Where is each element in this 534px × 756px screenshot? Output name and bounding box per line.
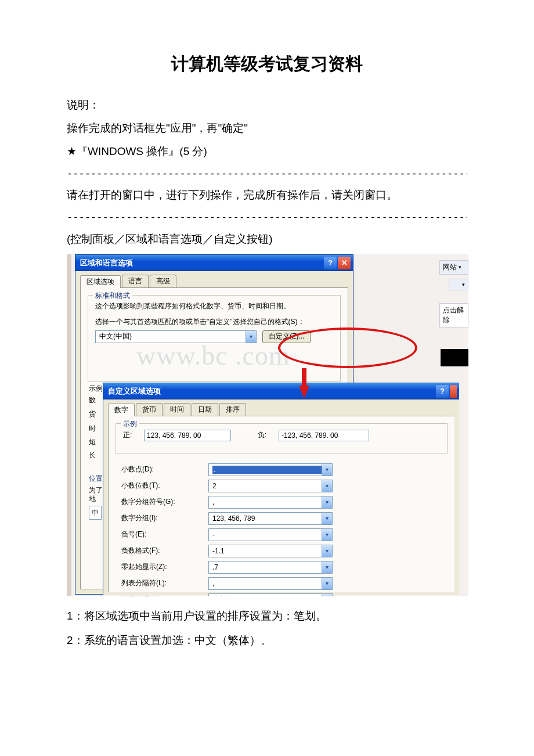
field-combobox[interactable]: 公制▾ (208, 593, 333, 596)
field-label: 度量衡系统(M): (116, 595, 208, 596)
screenshot-region: 区域和语言选项 ? ✕ 区域选项 语言 高级 标准和格式 这个选项影响到某些程序… (67, 254, 468, 596)
negative-value: -123, 456, 789. 00 (279, 430, 369, 441)
field-value: 123, 456, 789 (212, 514, 322, 523)
partial-label: 短 (89, 436, 96, 448)
partial-label: 时 (89, 423, 96, 434)
locale-value: 中文(中国) (99, 332, 246, 341)
field-label: 小数点(D): (116, 465, 208, 474)
negative-label: 负: (258, 430, 274, 440)
locale-combobox[interactable]: 中文(中国) ▾ (95, 330, 257, 343)
chevron-down-icon[interactable]: ▾ (322, 480, 332, 492)
field-value: - (212, 531, 322, 539)
browser-fragment[interactable]: 点击解除 (439, 303, 468, 327)
partial-label: 地 (89, 493, 96, 505)
field-label: 列表分隔符(L): (116, 578, 208, 588)
chevron-down-icon[interactable]: ▾ (322, 464, 332, 476)
text-line: 操作完成的对话框先"应用"，再"确定" (67, 117, 467, 140)
field-combobox[interactable]: -1.1▾ (208, 545, 333, 557)
tab-region[interactable]: 区域选项 (80, 275, 121, 288)
tab-number[interactable]: 数字 (108, 404, 135, 416)
chevron-down-icon[interactable]: ▾ (322, 496, 332, 508)
annotation-arrow-icon (299, 386, 309, 398)
field-row: 负数格式(F):-1.1▾ (116, 543, 448, 559)
customize-region-dialog: 自定义区域选项 ? 数字 货币 时间 日期 排序 示例 正: 123, 456,… (103, 383, 459, 595)
field-label: 数字分组符号(G): (116, 497, 208, 507)
field-value: 2 (212, 482, 322, 490)
tab-sort[interactable]: 排序 (219, 403, 246, 416)
titlebar: 区域和语言选项 ? ✕ (75, 255, 353, 271)
help-icon[interactable]: ? (436, 385, 449, 398)
group-legend: 标准和格式 (93, 291, 132, 301)
tab-time[interactable]: 时间 (164, 403, 190, 416)
fragment-label: 网站 (443, 262, 457, 272)
tab-currency[interactable]: 货币 (136, 403, 163, 416)
positive-label: 正: (123, 430, 139, 440)
dark-fragment (441, 349, 468, 366)
field-value: -1.1 (212, 547, 322, 555)
field-row: 小数点(D):.▾ (116, 462, 448, 478)
annotation-circle (278, 327, 417, 368)
chevron-down-icon[interactable]: ▾ (322, 594, 332, 596)
close-icon[interactable] (450, 385, 457, 398)
close-icon[interactable]: ✕ (338, 257, 351, 269)
field-combobox[interactable]: 123, 456, 789▾ (208, 512, 333, 525)
window-title: 自定义区域选项 (108, 386, 161, 397)
field-combobox[interactable]: ,▾ (208, 496, 333, 509)
tab-language[interactable]: 语言 (122, 275, 149, 287)
field-row: 度量衡系统(M):公制▾ (116, 592, 448, 596)
question-line: 2：系统的语言设置加选：中文（繁体）。 (67, 629, 467, 652)
field-row: 数字分组(I):123, 456, 789▾ (116, 510, 448, 527)
fragment-label: 点击解除 (443, 305, 465, 325)
field-combobox[interactable]: 2▾ (208, 480, 333, 492)
window-title: 区域和语言选项 (80, 258, 133, 268)
chevron-down-icon[interactable]: ▾ (246, 331, 256, 343)
field-label: 数字分组(I): (116, 513, 208, 523)
partial-label: 位置 (89, 473, 103, 484)
field-row: 数字分组符号(G):,▾ (116, 494, 448, 510)
chevron-down-icon[interactable]: ▾ (322, 561, 332, 573)
field-value: 公制 (212, 595, 322, 596)
field-value: , (212, 579, 322, 588)
chevron-down-icon[interactable]: ▾ (322, 529, 332, 541)
tab-strip: 区域选项 语言 高级 (75, 271, 353, 287)
partial-label: 长 (89, 449, 96, 461)
field-combobox[interactable]: -▾ (208, 528, 333, 541)
help-icon[interactable]: ? (324, 257, 337, 269)
tab-strip: 数字 货币 时间 日期 排序 (103, 399, 459, 416)
partial-label: 示例 (89, 383, 103, 394)
text-line: (控制面板／区域和语言选项／自定义按钮) (67, 228, 467, 251)
field-value: .7 (212, 563, 322, 571)
browser-fragment[interactable]: ▾ (449, 279, 468, 290)
field-combobox[interactable]: ,▾ (208, 577, 333, 590)
tab-date[interactable]: 日期 (192, 403, 218, 416)
group-hint: 选择一个与其首选项匹配的项或单击"自定义"选择您自己的格式(S)： (95, 317, 333, 327)
tab-advanced[interactable]: 高级 (150, 275, 176, 287)
chevron-down-icon[interactable]: ▾ (322, 513, 332, 524)
browser-fragment[interactable]: 网站▾ (439, 260, 468, 275)
group-legend: 示例 (121, 419, 139, 429)
chevron-down-icon[interactable]: ▾ (322, 578, 332, 589)
group-desc: 这个选项影响到某些程序如何格式化数字、货币、时间和日期。 (95, 301, 333, 311)
text-line: ★『WINDOWS 操作』(5 分) (67, 140, 467, 163)
field-value: . (212, 466, 322, 474)
field-combobox[interactable]: .7▾ (208, 561, 333, 574)
field-row: 零起始显示(Z):.7▾ (116, 559, 448, 575)
text-line: 说明： (67, 93, 467, 117)
field-label: 负号(E): (116, 530, 208, 539)
field-label: 负数格式(F): (116, 546, 208, 556)
field-value: , (212, 498, 322, 506)
partial-value: 中 (89, 506, 102, 520)
page-title: 计算机等级考试复习资料 (67, 52, 467, 76)
titlebar: 自定义区域选项 ? (103, 383, 459, 399)
field-combobox[interactable]: .▾ (208, 463, 333, 476)
divider: ----------------------------------------… (67, 163, 467, 184)
field-row: 负号(E):-▾ (116, 527, 448, 543)
chevron-down-icon[interactable]: ▾ (322, 545, 332, 557)
question-line: 1：将区域选项中当前用户设置的排序设置为：笔划。 (67, 604, 467, 628)
field-row: 列表分隔符(L):,▾ (116, 575, 448, 592)
field-label: 零起始显示(Z): (116, 562, 208, 572)
field-row: 小数位数(T):2▾ (116, 478, 448, 494)
positive-value: 123, 456, 789. 00 (144, 430, 231, 441)
partial-label: 货 (89, 408, 96, 420)
field-label: 小数位数(T): (116, 481, 208, 491)
